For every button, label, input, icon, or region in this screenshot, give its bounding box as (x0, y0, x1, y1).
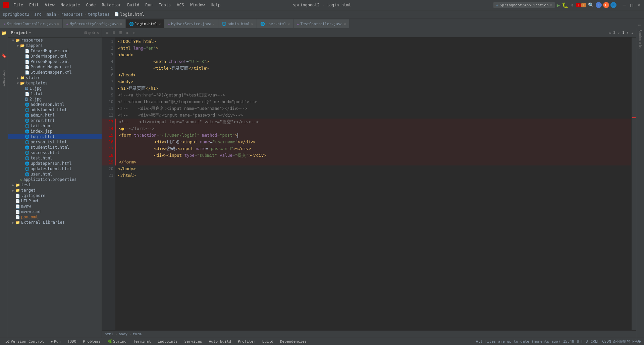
tree-item-idcard[interactable]: 📄 IdcardMapper.xml (8, 48, 102, 54)
status-spring[interactable]: 🌿 Spring (105, 339, 129, 344)
breadcrumb-project[interactable]: springboot2 (3, 12, 29, 17)
status-problems[interactable]: Problems (80, 339, 103, 344)
tree-item-fail[interactable]: 🌐 fail.html (8, 123, 102, 129)
tree-item-indexjsp[interactable]: 🌐 index.jsp (8, 129, 102, 134)
menu-build[interactable]: Build (124, 2, 142, 8)
sidebar-locate[interactable]: ◎ (89, 30, 91, 35)
status-todo[interactable]: TODO (65, 339, 79, 344)
breadcrumb-html[interactable]: html (105, 332, 114, 336)
tab-mysecurity[interactable]: ☕ MySercurityConfig.java ✕ (63, 19, 125, 28)
tree-item-user[interactable]: 🌐 user.html (8, 171, 102, 177)
menu-help[interactable]: Help (208, 2, 223, 8)
code-editor[interactable]: 1 2 3 4 5 6 7 8 9 10 11 12 13 14 15 16 1… (102, 38, 636, 330)
tree-item-personlist[interactable]: 🌐 personlist.html (8, 139, 102, 145)
status-dependencies[interactable]: Dependencies (277, 339, 309, 344)
tree-item-order[interactable]: 📄 OrderMapper.xml (8, 54, 102, 59)
breadcrumb-resources[interactable]: resources (61, 12, 83, 17)
status-build[interactable]: Build (260, 339, 276, 344)
tab-admin-html[interactable]: 🌐 admin.html ✕ (218, 19, 257, 28)
tree-item-mvnw[interactable]: 📄 mvnw (8, 204, 102, 209)
tab-testcontroller[interactable]: ☕ TestController.java ✕ (293, 19, 350, 28)
menu-run[interactable]: Run (143, 2, 155, 8)
sidebar-dropdown[interactable]: ▼ (29, 31, 31, 34)
tree-item-pomxml[interactable]: 📄 pom.xml (8, 214, 102, 220)
tree-item-product[interactable]: 📄 ProductMapper.xml (8, 64, 102, 70)
search-everywhere-button[interactable]: 🔍 (588, 2, 594, 8)
menu-vcs[interactable]: VCS (174, 2, 187, 8)
tree-item-helpmd[interactable]: 📄 HELP.md (8, 198, 102, 204)
run-config-selector[interactable]: ☕ Springboot2Application ▼ (493, 2, 555, 8)
sidebar-collapse-all[interactable]: ⊟ (85, 30, 87, 35)
tab-user-html[interactable]: 🌐 user.html ✕ (257, 19, 293, 28)
bookmarks-icon[interactable]: 🔖 (1, 52, 7, 59)
tab-close[interactable]: ✕ (120, 22, 122, 26)
tree-item-gitignore[interactable]: 📄 .gitignore (8, 193, 102, 198)
tree-item-login[interactable]: 🌐 login.html (8, 134, 102, 139)
browser-chrome[interactable]: C (596, 2, 602, 8)
tree-item-1jpg[interactable]: 🖼 1.jpg (8, 86, 102, 91)
menu-window[interactable]: Window (187, 2, 207, 8)
tree-item-addstudent[interactable]: 🌐 addstudent.html (8, 107, 102, 113)
breadcrumb-file[interactable]: login.html (120, 12, 144, 17)
debug-button[interactable]: 🐛 (562, 2, 569, 8)
breadcrumb-src[interactable]: src (34, 12, 42, 17)
toolbar-btn-4[interactable]: ◈ (124, 29, 130, 36)
tree-item-updatestudent[interactable]: 🌐 updatestuent.html (8, 166, 102, 171)
tab-student-controller[interactable]: ☕ StudentController.java ✕ (0, 19, 63, 28)
maximize-button[interactable]: □ (629, 3, 634, 7)
tab-close[interactable]: ✕ (251, 22, 253, 26)
run-button[interactable]: ▶ (557, 2, 560, 8)
status-profiler[interactable]: Profiler (235, 339, 258, 344)
tab-close[interactable]: ✕ (344, 22, 346, 26)
structure-icon[interactable]: Structure (1, 75, 7, 82)
status-terminal[interactable]: Terminal (130, 339, 154, 344)
tree-item-target[interactable]: ▶ 📁 target (8, 188, 102, 193)
breadcrumb-form[interactable]: form (132, 332, 142, 336)
tree-item-admin[interactable]: 🌐 admin.html (8, 113, 102, 118)
tree-item-person[interactable]: 📄 PersonMapper.xml (8, 59, 102, 64)
tree-item-1txt[interactable]: 📄 1.txt (8, 91, 102, 96)
status-services[interactable]: Services (182, 339, 205, 344)
breadcrumb-body[interactable]: body (119, 332, 128, 336)
tree-item-2jpg[interactable]: 🖼 2.jpg (8, 96, 102, 102)
tree-item-resources[interactable]: ▼ 📂 resources (8, 38, 102, 43)
tree-item-app-props[interactable]: ⚙ application.properties (8, 177, 102, 182)
status-autobuild[interactable]: Auto-build (206, 339, 234, 344)
tree-item-external-libs[interactable]: ▶ 📁 External Libraries (8, 220, 102, 225)
coverage-button[interactable]: ☂ (571, 2, 574, 8)
menu-view[interactable]: View (42, 2, 57, 8)
toolbar-btn-2[interactable]: ⊞ (111, 29, 117, 36)
tree-item-test[interactable]: 🌐 test.html (8, 155, 102, 161)
status-run[interactable]: ▶ Run (48, 339, 63, 344)
tree-item-mappers[interactable]: ▼ 📂 mappers (8, 43, 102, 48)
sidebar-close[interactable]: ✕ (96, 30, 99, 35)
code-content[interactable]: <!DOCTYPE html> <html lang="en"> <head> … (115, 38, 631, 330)
menu-tools[interactable]: Tools (156, 2, 173, 8)
tree-item-static[interactable]: ▶ 📁 static (8, 75, 102, 80)
tree-item-test-folder[interactable]: ▶ 📁 test (8, 182, 102, 188)
tree-item-success[interactable]: 🌐 success.html (8, 150, 102, 155)
tree-item-templates[interactable]: ▼ 📂 templates (8, 80, 102, 86)
tab-login-html[interactable]: 🌐 login.html ✕ (126, 19, 164, 28)
toolbar-btn-3[interactable]: ≣ (118, 29, 123, 36)
sidebar-settings[interactable]: ⚙ (92, 30, 95, 35)
browser-edge[interactable]: E (610, 2, 616, 8)
close-button[interactable]: ✕ (637, 3, 641, 7)
tab-close[interactable]: ✕ (159, 22, 161, 26)
tree-item-mvnwcmd[interactable]: 📄 mvnw.cmd (8, 209, 102, 214)
toolbar-btn-5[interactable]: ◁ (131, 29, 137, 36)
tab-myuserservice[interactable]: ☕ MyUserService.java ✕ (164, 19, 218, 28)
browser-firefox[interactable]: F (603, 2, 609, 8)
tab-close[interactable]: ✕ (213, 22, 215, 26)
tabs-overflow[interactable]: ⋯ (635, 22, 644, 28)
menu-refactor[interactable]: Refactor (99, 2, 124, 8)
menu-file[interactable]: File (11, 2, 26, 8)
menu-code[interactable]: Code (84, 2, 99, 8)
breadcrumb-main[interactable]: main (46, 12, 56, 17)
tab-close[interactable]: ✕ (288, 22, 290, 26)
tree-item-addperson[interactable]: 🌐 addPerson.html (8, 102, 102, 107)
bookmarks-panel[interactable]: Bookmarks (638, 29, 642, 50)
status-version-control[interactable]: ⎇ Version Control (3, 339, 47, 344)
toolbar-btn-1[interactable]: ≡ (105, 29, 110, 36)
tab-close[interactable]: ✕ (57, 22, 59, 26)
